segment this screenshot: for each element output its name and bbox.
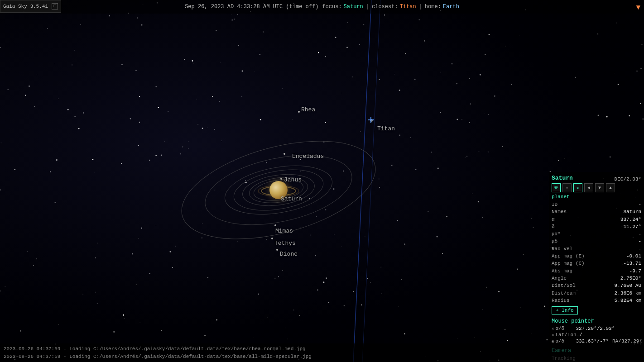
- eye-icon-btn[interactable]: 👁: [552, 183, 561, 192]
- field-radvel-label: Rad vel: [552, 246, 588, 252]
- mouse-label-0: α/δ: [555, 326, 576, 331]
- enceladus-label[interactable]: Enceladus: [292, 153, 324, 160]
- field-absmag: Abs mag -9.7: [552, 268, 641, 274]
- field-appmage: App mag (E) -0.01: [552, 253, 641, 259]
- field-radvel: Rad vel -: [552, 246, 641, 252]
- field-distsol-label: Dist/Sol: [552, 282, 588, 289]
- log-line-1: 2023-09-26 04:37:59 - Loading C:/Users/A…: [4, 353, 640, 361]
- field-names-value: Saturn: [623, 209, 641, 215]
- mouse-value-0: 327.29°/2.03°: [576, 326, 615, 331]
- field-id: ID -: [552, 201, 641, 208]
- svg-point-13: [280, 178, 282, 180]
- svg-point-16: [276, 249, 278, 251]
- field-alpha-value: 337.24°: [620, 216, 641, 223]
- field-delta-value: -11.27°: [620, 224, 641, 230]
- star-icon-btn[interactable]: ★: [573, 183, 582, 192]
- panel-icon-row: 👁 ✦ ★ ◄ ▼ ▲: [552, 183, 641, 192]
- field-distsol: Dist/Sol 9.76E0 AU: [552, 282, 641, 289]
- log-line-0: 2023-09-26 04:37:59 - Loading C:/Users/A…: [4, 345, 640, 353]
- field-radius-value: 5.82E4 km: [615, 297, 641, 304]
- mouse-row-1: ✕ Lat/Lon -/-: [552, 332, 641, 338]
- field-angle-label: Angle: [552, 275, 588, 281]
- top-right-arrow[interactable]: ▼: [636, 4, 640, 12]
- field-distcam: Dist/cam 2.36E6 km: [552, 290, 641, 296]
- home-value: Earth: [443, 4, 459, 10]
- up-icon-btn[interactable]: ▲: [606, 183, 615, 192]
- svg-point-15: [271, 238, 273, 239]
- prev-icon-btn[interactable]: ◄: [584, 183, 593, 192]
- sep2: |: [419, 4, 422, 10]
- svg-point-11: [298, 111, 300, 113]
- field-id-label: ID: [552, 201, 588, 208]
- mouse-label-1: Lat/Lon: [555, 332, 576, 338]
- field-mud-label: μδ: [552, 238, 588, 244]
- focus-label: focus:: [322, 4, 341, 10]
- mimas-label[interactable]: Mimas: [275, 228, 293, 234]
- mouse-pointer-title: Mouse pointer: [552, 318, 641, 324]
- mouse-value-1: -/-: [577, 332, 586, 338]
- field-distcam-value: 2.36E6 km: [615, 290, 641, 296]
- field-absmag-value: -9.7: [630, 268, 641, 274]
- mouse-icon-1: ✕: [552, 333, 554, 338]
- field-radvel-value: -: [638, 246, 641, 252]
- field-distsol-value: 9.76E0 AU: [615, 282, 641, 289]
- janus-label[interactable]: Janus: [284, 176, 302, 183]
- field-mua-value: -: [638, 231, 641, 237]
- info-button[interactable]: + Info: [552, 306, 578, 314]
- mouse-row-0: ✕ α/δ 327.29°/2.03°: [552, 326, 641, 331]
- field-delta: δ -11.27°: [552, 224, 641, 230]
- field-absmag-label: Abs mag: [552, 268, 588, 274]
- down-icon-btn[interactable]: ▼: [595, 183, 604, 192]
- close-button[interactable]: □: [52, 3, 58, 10]
- field-appmagc-value: -13.71: [623, 260, 641, 267]
- app-title: Gaia Sky 3.5.41: [3, 4, 48, 9]
- focus-value: Saturn: [344, 4, 363, 10]
- rhea-label[interactable]: Rhea: [301, 106, 315, 113]
- top-bar: Sep 26, 2023 AD 4:33:28 AM UTC (time off…: [0, 0, 644, 14]
- closest-label: closest:: [372, 4, 398, 10]
- bottom-log: 2023-09-26 04:37:59 - Loading C:/Users/A…: [0, 343, 644, 362]
- field-names: Names Saturn: [552, 209, 641, 215]
- field-appmagc: App mag (C) -13.71: [552, 260, 641, 267]
- field-id-value: -: [638, 201, 641, 208]
- field-mua-label: μα*: [552, 231, 588, 237]
- dec-coord: DEC/2.03°: [615, 176, 641, 182]
- svg-line-0: [353, 0, 371, 362]
- sep1: |: [366, 4, 369, 10]
- field-radius: Radius 5.82E4 km: [552, 297, 641, 304]
- field-appmagc-label: App mag (C): [552, 260, 588, 267]
- field-names-label: Names: [552, 209, 588, 215]
- field-alpha: α 337.24°: [552, 216, 641, 223]
- dione-label[interactable]: Dione: [280, 251, 298, 257]
- field-radius-label: Radius: [552, 297, 588, 304]
- field-mud: μδ -: [552, 238, 641, 244]
- home-label: home:: [425, 4, 441, 10]
- tethys-label[interactable]: Tethys: [274, 240, 296, 247]
- field-mua: μα* -: [552, 231, 641, 237]
- object-type: planet: [552, 194, 641, 200]
- field-mud-value: -: [638, 238, 641, 244]
- saturn-label[interactable]: Saturn: [281, 195, 302, 202]
- panel-object-name[interactable]: Saturn: [552, 175, 573, 181]
- field-angle: Angle 2.75E0°: [552, 275, 641, 281]
- svg-line-1: [362, 0, 380, 362]
- field-alpha-label: α: [552, 216, 588, 223]
- field-angle-value: 2.75E0°: [620, 275, 641, 281]
- field-distcam-label: Dist/cam: [552, 290, 588, 296]
- field-delta-label: δ: [552, 224, 588, 230]
- titan-crosshair: [368, 117, 374, 123]
- bookmark-icon-btn[interactable]: ✦: [562, 183, 572, 192]
- closest-value: Titan: [400, 4, 416, 10]
- svg-point-14: [274, 224, 276, 226]
- mouse-icon-2: ◉: [552, 339, 554, 344]
- title-bar: Gaia Sky 3.5.41 □: [0, 0, 61, 13]
- datetime-text: Sep 26, 2023 AD 4:33:28 AM UTC (time off…: [185, 4, 318, 10]
- field-appmage-label: App mag (E): [552, 253, 588, 259]
- orbital-lines: [0, 0, 644, 362]
- svg-point-12: [284, 153, 285, 155]
- right-info-panel: Saturn DEC/2.03° 👁 ✦ ★ ◄ ▼ ▲ planet ID -…: [549, 172, 644, 362]
- titan-label[interactable]: Titan: [377, 125, 395, 132]
- mouse-icon-0: ✕: [552, 326, 554, 331]
- field-appmage-value: -0.01: [626, 253, 641, 259]
